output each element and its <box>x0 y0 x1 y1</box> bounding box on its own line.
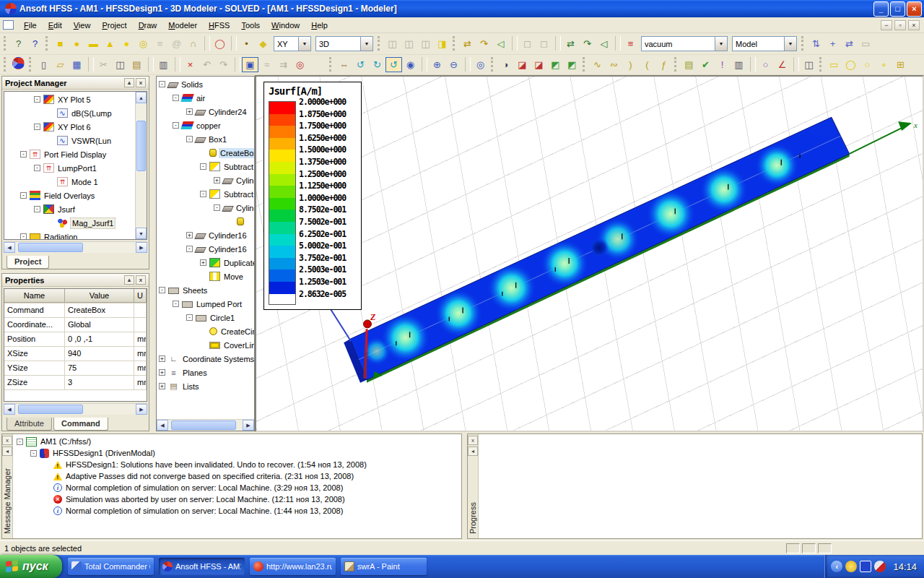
spline-icon[interactable]: ∾ <box>606 57 622 72</box>
tree-item[interactable]: VSWR(Lun <box>4 134 135 147</box>
toolbar-grip[interactable] <box>453 36 457 51</box>
tree-item[interactable]: - XY Plot 5 <box>4 92 135 106</box>
toolbar-grip[interactable] <box>801 36 806 51</box>
menu-tools[interactable]: Tools <box>235 19 266 32</box>
tree-item[interactable]: CreateBox <box>157 146 254 160</box>
horizontal-scrollbar[interactable]: ◀ ▶ <box>4 241 147 253</box>
tree-toggle[interactable]: + <box>186 232 193 238</box>
tree-toggle[interactable]: - <box>34 96 40 103</box>
analyze-button[interactable]: ! <box>714 57 731 72</box>
tree-toggle[interactable]: + <box>200 259 206 266</box>
toolbar-sep[interactable] <box>175 57 180 72</box>
undo-button[interactable]: ↶ <box>199 57 215 72</box>
property-row[interactable]: ZSize 3 mm <box>4 376 147 390</box>
dock-splitter[interactable] <box>462 434 467 539</box>
zoom-in-button[interactable]: ⊕ <box>429 57 445 72</box>
tree-toggle[interactable]: + <box>214 177 220 184</box>
toolbar-sep[interactable] <box>148 57 153 72</box>
draw-cylinder-icon[interactable]: ● <box>69 36 85 51</box>
scrollbar-thumb[interactable] <box>171 420 236 430</box>
draw-polyhedron-icon[interactable]: ▬ <box>85 36 102 51</box>
vertical-scrollbar[interactable]: ▲ ▼ <box>135 92 147 239</box>
tree-toggle[interactable]: - <box>186 136 193 142</box>
draw-cone-icon[interactable]: ▲ <box>102 36 118 51</box>
collapse-panel-button[interactable]: ◂ <box>468 447 478 456</box>
taskbar-button[interactable]: Total Commander 6.5... <box>68 558 154 575</box>
arc-3point-icon[interactable]: ( <box>639 57 655 72</box>
menu-help[interactable]: Help <box>305 19 334 32</box>
field-legend[interactable]: Jsurf[A/m] 2.0000e+0001.8750e+0001.7500e… <box>263 82 362 310</box>
mirror-icon[interactable]: ◁ <box>492 36 509 51</box>
language-indicator-tray-icon[interactable] <box>860 561 871 572</box>
draw-helix-icon[interactable]: ≡ <box>152 36 168 51</box>
save-button[interactable]: ▦ <box>69 57 85 72</box>
property-value[interactable]: 3 <box>65 376 134 389</box>
tree-item[interactable] <box>157 215 254 228</box>
tree-toggle[interactable]: - <box>30 450 37 457</box>
solution-data-button[interactable]: ▥ <box>731 57 747 72</box>
column-header-name[interactable]: Name <box>4 289 65 303</box>
toolbar-sep[interactable] <box>512 36 517 51</box>
create-report-button[interactable]: ∠ <box>774 57 790 72</box>
toolbar-grip[interactable] <box>4 57 8 72</box>
child-restore-button[interactable]: ▫ <box>894 20 906 30</box>
tree-toggle[interactable]: - <box>200 163 206 170</box>
hide-tray-icons-chevron[interactable]: ‹ <box>831 561 842 572</box>
optimetrics-button[interactable]: ○ <box>757 57 774 72</box>
toolbar-grip[interactable] <box>674 57 679 72</box>
context-help-icon[interactable]: ? <box>27 36 43 51</box>
tree-item[interactable]: - Lumped Port <box>157 297 254 311</box>
start-button[interactable]: пуск <box>0 555 62 578</box>
close-panel-button[interactable]: x <box>2 436 12 445</box>
draw-box-icon[interactable]: ■ <box>52 36 69 51</box>
tree-item[interactable]: + Cylinder <box>157 173 254 187</box>
rotate-icon[interactable]: ↷ <box>476 36 492 51</box>
show-plane-button[interactable]: ◩ <box>547 57 564 72</box>
property-row[interactable]: Position 0 ,0 ,-1 mm <box>4 332 147 347</box>
toolbar-grip[interactable] <box>329 57 334 72</box>
properties-title[interactable]: Properties ▴x <box>2 274 149 287</box>
model-view-combobox[interactable]: Model▼ <box>732 36 797 51</box>
property-value[interactable]: 0 ,0 ,-1 <box>65 332 134 346</box>
rotate-center-button[interactable]: ↺ <box>385 57 402 72</box>
close-panel-button[interactable]: x <box>136 78 146 87</box>
intersect-icon[interactable]: ◫ <box>417 36 434 51</box>
dynamic-zoom-button[interactable]: ◉ <box>402 57 419 72</box>
toolbar-grip[interactable] <box>491 57 495 72</box>
tree-item[interactable]: - Field Overlays <box>4 189 135 202</box>
title-bar[interactable]: Ansoft HFSS - AM1 - HFSSDesign1 - 3D Mod… <box>0 0 924 17</box>
taskbar-button[interactable]: Ansoft HFSS - AM1 - ... <box>159 558 245 575</box>
rotate-view-button[interactable]: ↺ <box>352 57 369 72</box>
tree-toggle[interactable]: - <box>159 81 165 87</box>
abort-simulation-button[interactable]: ◎ <box>292 57 308 72</box>
tree-item[interactable]: - Subtract <box>157 187 254 201</box>
subtract-icon[interactable]: ◫ <box>401 36 417 51</box>
tree-toggle[interactable]: - <box>214 204 220 211</box>
tree-toggle[interactable]: - <box>34 124 40 130</box>
tree-item[interactable]: + Cylinder16 <box>157 228 254 242</box>
tree-item[interactable]: - Cylinder <box>157 201 254 215</box>
property-value[interactable]: 75 <box>65 361 134 375</box>
local-machine-button[interactable]: ▣ <box>242 57 258 72</box>
scroll-down-button[interactable]: ▼ <box>136 228 147 239</box>
tree-toggle[interactable]: - <box>20 233 27 239</box>
move-edge-icon[interactable]: + <box>824 36 841 51</box>
tab-project[interactable]: Project <box>6 256 49 269</box>
move-face-icon[interactable]: ⇄ <box>841 36 858 51</box>
tree-toggle[interactable]: - <box>159 287 165 293</box>
tree-toggle[interactable]: + <box>186 108 193 115</box>
arc-center-icon[interactable]: ) <box>622 57 639 72</box>
horizontal-scrollbar[interactable]: ◀ ▶ <box>157 419 254 431</box>
mdi-child-icon[interactable] <box>3 20 14 30</box>
tree-item[interactable]: CoverLines <box>157 338 254 352</box>
tree-item[interactable]: + Duplicate <box>157 256 254 269</box>
collapse-panel-button[interactable]: ◂ <box>2 447 12 456</box>
close-panel-button[interactable]: x <box>136 275 146 285</box>
message-entry[interactable]: Normal completion of simulation on serve… <box>14 482 461 493</box>
hide-grid-button[interactable]: ◪ <box>531 57 547 72</box>
new-button[interactable]: ▯ <box>35 57 52 72</box>
message-entry[interactable]: Normal completion of simulation on serve… <box>14 505 461 517</box>
draw-torus-icon[interactable]: ◎ <box>135 36 152 51</box>
child-close-button[interactable]: × <box>908 20 920 30</box>
tree-item[interactable]: - Port Field Display <box>4 147 135 161</box>
